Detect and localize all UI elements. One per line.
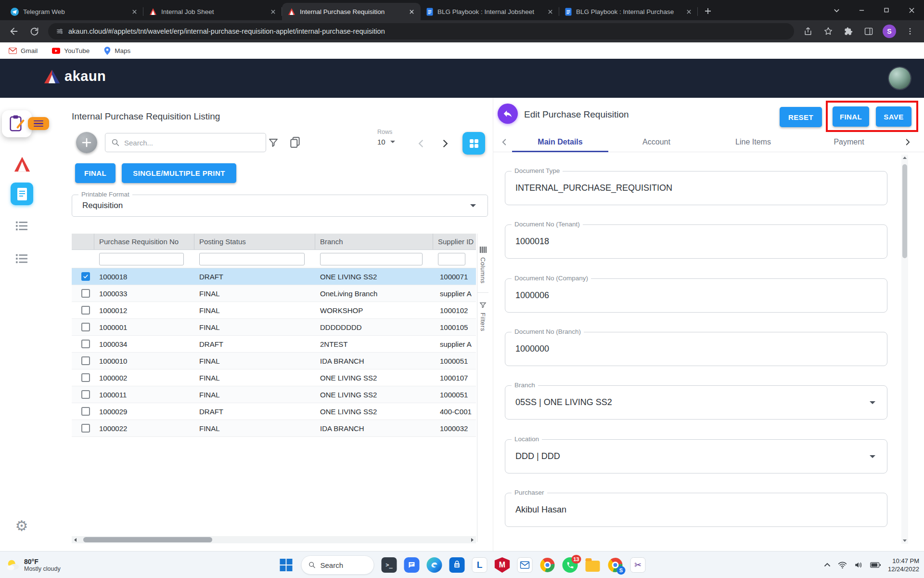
taskbar-weather-widget[interactable]: 80°F Mostly cloudy	[6, 552, 61, 578]
back-button[interactable]	[498, 104, 518, 124]
columns-toggle[interactable]: Columns	[479, 257, 487, 284]
scroll-down-icon[interactable]	[901, 537, 908, 544]
store-app-icon[interactable]	[449, 557, 465, 573]
file-explorer-app-icon[interactable]	[585, 557, 601, 573]
extensions-icon[interactable]	[842, 25, 855, 38]
table-row[interactable]: 1000002 FINAL ONE LIVING SS2 1000107	[72, 369, 476, 386]
mcafee-app-icon[interactable]	[495, 557, 510, 573]
bookmark-gmail[interactable]: Gmail	[9, 47, 38, 54]
field-document-no-branch[interactable]: Document No (Branch) 1000000	[505, 332, 887, 366]
row-checkbox[interactable]	[81, 340, 90, 348]
row-checkbox[interactable]	[81, 289, 90, 298]
field-document-no-tenant[interactable]: Document No (Tenant) 1000018	[505, 224, 887, 259]
tab-close-icon[interactable]	[130, 7, 139, 16]
row-checkbox[interactable]	[81, 424, 90, 433]
field-location-select[interactable]: Location DDD | DDD	[505, 439, 887, 473]
filter-input-posting-status[interactable]	[199, 253, 305, 265]
browser-tab-telegram[interactable]: Telegram Web	[5, 3, 143, 20]
sidebar-item-akaun-applet[interactable]	[13, 155, 32, 174]
tabs-scroll-left-icon[interactable]	[499, 137, 510, 149]
filters-toggle[interactable]: Filters	[479, 313, 487, 331]
rows-per-page-select[interactable]: 10	[377, 138, 395, 146]
final-button[interactable]: FINAL	[75, 163, 116, 183]
horizontal-scrollbar[interactable]	[72, 536, 476, 543]
scroll-up-icon[interactable]	[901, 155, 908, 161]
tab-account[interactable]: Account	[642, 138, 670, 146]
filter-input-requisition-no[interactable]	[99, 253, 184, 265]
wifi-icon[interactable]	[838, 561, 847, 569]
maximize-button[interactable]	[874, 0, 899, 20]
chrome-app-icon[interactable]	[540, 557, 555, 573]
bookmark-youtube[interactable]: YouTube	[52, 47, 90, 54]
tab-main-details[interactable]: Main Details	[538, 138, 582, 146]
field-branch-select[interactable]: Branch 05SS | ONE LIVING SS2	[505, 385, 887, 420]
taskbar-search[interactable]: Search	[301, 555, 374, 575]
row-checkbox-checked[interactable]	[81, 272, 90, 281]
field-document-type[interactable]: Document Type INTERNAL_PURCHASE_REQUISIT…	[505, 171, 887, 205]
bookmark-star-icon[interactable]	[822, 25, 834, 38]
snipping-tool-app-icon[interactable]	[630, 557, 646, 573]
field-document-no-company[interactable]: Document No (Company) 1000006	[505, 278, 887, 313]
row-checkbox[interactable]	[81, 356, 90, 365]
single-multiple-print-button[interactable]: SINGLE/MULTIPLE PRINT	[122, 163, 236, 183]
tab-close-icon[interactable]	[546, 7, 554, 16]
sidebar-item-list-2[interactable]	[14, 252, 29, 265]
row-checkbox[interactable]	[81, 323, 90, 331]
edge-app-icon[interactable]	[427, 557, 442, 573]
side-panel-icon[interactable]	[862, 25, 875, 38]
volume-icon[interactable]	[854, 561, 863, 569]
mail-app-icon[interactable]	[517, 557, 533, 573]
sidebar-item-list-1[interactable]	[14, 220, 29, 232]
row-checkbox[interactable]	[81, 407, 90, 416]
row-checkbox[interactable]	[81, 306, 90, 315]
widget-menu-pill[interactable]	[28, 117, 49, 130]
table-row[interactable]: 1000012 FINAL WORKSHOP 1000102	[72, 302, 476, 319]
grid-view-button[interactable]	[462, 132, 485, 155]
save-button[interactable]: SAVE	[876, 106, 911, 127]
browser-tab-internal-job-sheet[interactable]: Internal Job Sheet	[143, 3, 282, 20]
table-row[interactable]: 1000018 DRAFT ONE LIVING SS2 1000071	[72, 268, 476, 285]
reset-button[interactable]: RESET	[780, 107, 822, 127]
url-bar[interactable]: akaun.cloud/#/applets/tnt/wavelet/erp/in…	[48, 23, 794, 39]
row-checkbox[interactable]	[81, 390, 90, 399]
add-requisition-button[interactable]	[76, 132, 97, 153]
tabs-scroll-right-icon[interactable]	[902, 137, 913, 149]
share-icon[interactable]	[802, 25, 814, 38]
bookmark-maps[interactable]: Maps	[104, 47, 130, 55]
reload-icon[interactable]	[28, 25, 40, 38]
sidebar-item-requisition-active[interactable]	[11, 183, 33, 205]
table-row[interactable]: 1000010 FINAL IDA BRANCH 1000051	[72, 353, 476, 369]
browser-profile-avatar[interactable]: S	[883, 25, 896, 38]
start-button[interactable]	[279, 557, 294, 573]
browser-tab-blg-playbook-purchase[interactable]: BLG Playbook : Internal Purchase	[559, 3, 698, 20]
table-row[interactable]: 1000034 DRAFT 2NTEST supplier A	[72, 336, 476, 353]
taskbar-clock[interactable]: 10:47 PM 12/24/2022	[888, 557, 919, 573]
printable-format-select[interactable]: Printable Format Requisition	[72, 195, 488, 217]
close-window-button[interactable]	[899, 0, 924, 20]
scrollbar-thumb[interactable]	[902, 164, 907, 258]
terminal-app-icon[interactable]	[382, 557, 397, 573]
field-purchaser[interactable]: Purchaser Akibul Hasan	[505, 493, 887, 527]
scroll-right-icon[interactable]	[468, 536, 476, 543]
table-row[interactable]: 1000029 DRAFT ONE LIVING SS2 400-C001	[72, 403, 476, 420]
tab-close-icon[interactable]	[684, 7, 693, 16]
settings-gear-icon[interactable]	[13, 518, 30, 534]
site-info-icon[interactable]	[56, 27, 64, 35]
row-checkbox[interactable]	[81, 373, 90, 382]
tab-close-icon[interactable]	[269, 7, 277, 16]
filter-input-supplier-id[interactable]	[438, 253, 465, 265]
tray-chevron-up-icon[interactable]	[824, 562, 831, 568]
whatsapp-app-icon[interactable]: 13	[563, 557, 578, 573]
table-row[interactable]: 1000033 FINAL OneLiving Branch supplier …	[72, 285, 476, 302]
table-row[interactable]: 1000011 FINAL ONE LIVING SS2 1000051	[72, 386, 476, 403]
tab-line-items[interactable]: Line Items	[735, 138, 771, 146]
tab-close-icon[interactable]	[407, 7, 416, 16]
final-button[interactable]: FINAL	[833, 106, 869, 127]
browser-menu-icon[interactable]	[904, 25, 916, 38]
filter-funnel-icon[interactable]	[268, 137, 279, 150]
new-tab-button[interactable]	[701, 4, 715, 18]
search-input[interactable]	[124, 139, 260, 147]
tab-search-icon[interactable]	[824, 0, 849, 20]
filter-input-branch[interactable]	[320, 253, 423, 265]
table-row[interactable]: 1000001 FINAL DDDDDDDD 1000105	[72, 319, 476, 336]
